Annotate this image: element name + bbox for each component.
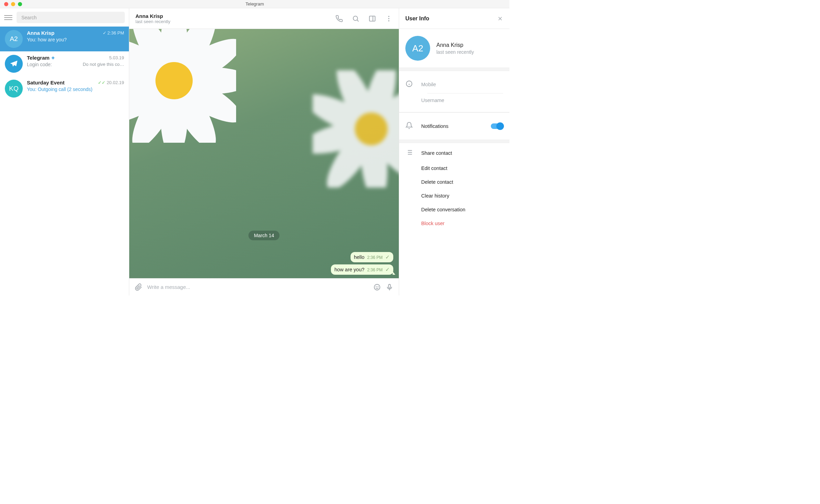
- menu-button[interactable]: [4, 13, 12, 22]
- chat-name: Saturday Event: [27, 80, 64, 85]
- notifications-toggle[interactable]: [491, 123, 503, 129]
- date-separator: March 14: [249, 231, 280, 240]
- delete-contact-button[interactable]: Delete contact: [405, 175, 503, 189]
- close-window-button[interactable]: [4, 2, 8, 6]
- message-bubble[interactable]: hello 2:36 PM ✓: [351, 252, 393, 262]
- avatar: [5, 55, 23, 73]
- edit-contact-button[interactable]: Edit contact: [405, 161, 503, 175]
- background-flower-1: [129, 29, 236, 143]
- avatar: KQ: [5, 80, 23, 98]
- user-info-status: last seen recently: [436, 49, 474, 55]
- chat-background: March 14 hello 2:36 PM ✓ how are you? 2:…: [129, 29, 399, 278]
- user-info-title: User Info: [405, 16, 429, 22]
- message-text: hello: [354, 254, 365, 260]
- chat-item-telegram[interactable]: Telegram ✦ 5.03.19 Login code: Do not gi…: [0, 51, 129, 76]
- sidebar-toggle-icon[interactable]: [368, 15, 376, 22]
- chat-time: 5.03.19: [109, 55, 124, 60]
- svg-point-6: [388, 20, 389, 21]
- search-icon[interactable]: [352, 15, 360, 22]
- double-check-icon: ✓✓: [98, 80, 105, 85]
- notifications-label: Notifications: [421, 123, 448, 129]
- microphone-icon[interactable]: [386, 283, 393, 291]
- traffic-lights: [0, 2, 22, 6]
- chat-name: Telegram ✦: [27, 55, 55, 61]
- maximize-window-button[interactable]: [18, 2, 22, 6]
- user-info-name: Anna Krisp: [436, 42, 474, 48]
- emoji-icon[interactable]: [373, 283, 381, 291]
- chat-preview: Login code:: [27, 62, 52, 67]
- chat-preview-extra: Do not give this co…: [83, 62, 124, 67]
- background-flower-2: [313, 70, 399, 188]
- search-input[interactable]: [17, 12, 125, 23]
- chat-preview: You: Outgoing call (2 seconds): [27, 87, 92, 92]
- svg-point-4: [388, 16, 389, 17]
- block-user-button[interactable]: Block user: [405, 216, 503, 230]
- message-composer: [129, 278, 399, 295]
- svg-line-1: [357, 20, 358, 21]
- user-info-profile: A2 Anna Krisp last seen recently: [399, 29, 509, 68]
- conversation-header: Anna Krisp last seen recently: [129, 8, 399, 29]
- conversation-pane: Anna Krisp last seen recently: [129, 8, 399, 295]
- chat-list: A2 Anna Krisp ✓ 2:36 PM You: how are you…: [0, 27, 129, 295]
- message-bubble[interactable]: how are you? 2:36 PM ✓: [331, 264, 393, 275]
- check-icon: ✓: [103, 30, 107, 36]
- svg-point-0: [353, 16, 358, 20]
- svg-rect-2: [369, 16, 375, 21]
- verified-icon: ✦: [51, 55, 55, 61]
- svg-point-29: [355, 112, 387, 145]
- check-icon: ✓: [385, 254, 390, 260]
- window-titlebar: Telegram: [0, 0, 509, 8]
- chat-preview: You: how are you?: [27, 37, 67, 42]
- close-icon[interactable]: [497, 16, 503, 22]
- check-icon: ✓: [385, 267, 390, 272]
- call-icon[interactable]: [335, 15, 343, 22]
- chat-time: ✓ 2:36 PM: [103, 30, 124, 36]
- clear-history-button[interactable]: Clear history: [405, 189, 503, 203]
- chat-sidebar: A2 Anna Krisp ✓ 2:36 PM You: how are you…: [0, 8, 129, 295]
- info-icon: [405, 80, 413, 89]
- chat-item-saturday-event[interactable]: KQ Saturday Event ✓✓ 20.02.19 You: Outgo…: [0, 76, 129, 101]
- notifications-toggle-row[interactable]: Notifications: [405, 118, 503, 135]
- list-icon: [405, 149, 413, 157]
- svg-point-19: [155, 62, 193, 99]
- user-info-panel: User Info A2 Anna Krisp last seen recent…: [399, 8, 509, 295]
- avatar: A2: [5, 30, 23, 48]
- message-input[interactable]: [147, 284, 368, 290]
- window-title: Telegram: [245, 1, 264, 7]
- chat-time: ✓✓ 20.02.19: [98, 80, 124, 85]
- avatar[interactable]: A2: [405, 36, 430, 61]
- svg-point-5: [388, 18, 389, 19]
- delete-conversation-button[interactable]: Delete conversation: [405, 203, 503, 216]
- message-time: 2:36 PM: [367, 255, 383, 260]
- conversation-status: last seen recently: [135, 19, 335, 24]
- bell-icon: [405, 122, 413, 131]
- message-text: how are you?: [334, 267, 364, 272]
- chat-item-anna-krisp[interactable]: A2 Anna Krisp ✓ 2:36 PM You: how are you…: [0, 27, 129, 51]
- svg-point-32: [378, 286, 378, 286]
- attach-icon[interactable]: [135, 283, 142, 291]
- mobile-field[interactable]: Mobile: [405, 76, 503, 93]
- more-icon[interactable]: [385, 15, 393, 22]
- share-contact-button[interactable]: Share contact: [405, 144, 503, 161]
- svg-rect-33: [388, 284, 391, 288]
- message-time: 2:36 PM: [367, 268, 383, 272]
- minimize-window-button[interactable]: [11, 2, 15, 6]
- username-field[interactable]: Username: [405, 93, 503, 107]
- svg-point-31: [376, 286, 376, 286]
- message-list: hello 2:36 PM ✓ how are you? 2:36 PM ✓: [331, 252, 393, 275]
- chat-name: Anna Krisp: [27, 30, 54, 36]
- conversation-title: Anna Krisp: [135, 13, 335, 19]
- svg-point-30: [374, 284, 380, 290]
